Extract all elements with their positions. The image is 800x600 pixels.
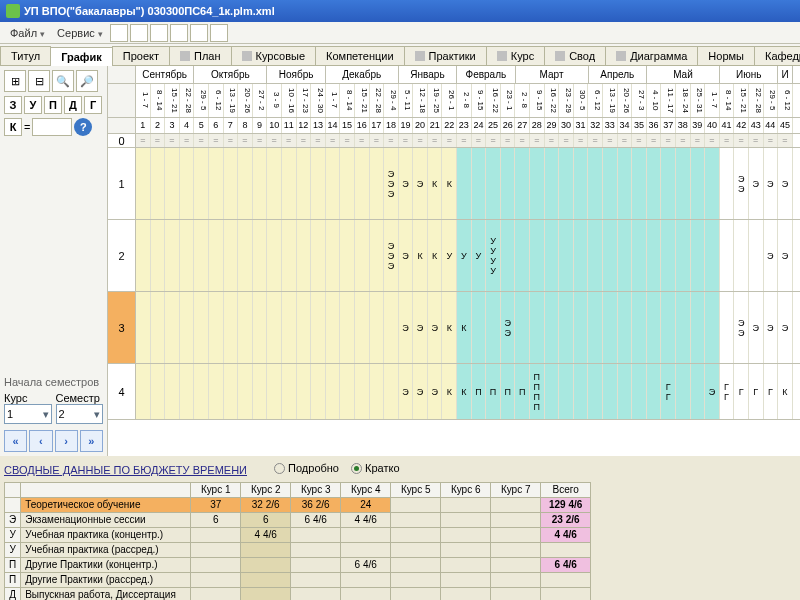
tab-1[interactable]: График [50, 47, 113, 66]
grid-cell[interactable] [705, 148, 720, 219]
sum-cell[interactable]: 36 2/6 [291, 497, 341, 512]
grid-cell[interactable] [355, 364, 370, 419]
sum-cell[interactable] [241, 557, 291, 572]
grid-cell[interactable]: Э [428, 364, 443, 419]
sum-cell[interactable]: 23 2/6 [541, 512, 591, 527]
sum-cell[interactable] [491, 512, 541, 527]
grid-cell[interactable] [136, 148, 151, 219]
grid-cell[interactable] [165, 220, 180, 291]
tab-5[interactable]: Компетенции [315, 46, 405, 65]
grid-cell[interactable] [647, 364, 662, 419]
grid-cell[interactable] [253, 220, 268, 291]
grid-cell[interactable] [720, 148, 735, 219]
grid-cell[interactable] [297, 292, 312, 363]
radio-detail[interactable]: Подробно [274, 462, 339, 474]
sum-cell[interactable] [341, 542, 391, 557]
grid-cell[interactable] [676, 148, 691, 219]
sum-cell[interactable] [491, 542, 541, 557]
grid-cell[interactable] [355, 292, 370, 363]
help-icon[interactable]: ? [74, 118, 92, 136]
grid-cell[interactable] [588, 220, 603, 291]
grid-cell[interactable] [136, 220, 151, 291]
grid-cell[interactable] [618, 292, 633, 363]
letter-З[interactable]: З [4, 96, 22, 114]
grid-cell[interactable] [209, 364, 224, 419]
sum-cell[interactable]: 6 4/6 [541, 557, 591, 572]
grid-cell[interactable] [311, 148, 326, 219]
grid-cell[interactable] [180, 292, 195, 363]
grid-cell[interactable]: Э [399, 364, 414, 419]
grid-cell[interactable]: Э [764, 220, 779, 291]
sum-cell[interactable]: 4 4/6 [241, 527, 291, 542]
sum-cell[interactable] [441, 497, 491, 512]
grid-cell[interactable] [238, 364, 253, 419]
grid-cell[interactable] [282, 148, 297, 219]
grid-cell[interactable]: ПППП [530, 364, 545, 419]
tab-6[interactable]: Практики [404, 46, 487, 65]
grid-cell[interactable] [676, 364, 691, 419]
menu-file[interactable]: Файл ▾ [4, 27, 51, 39]
sum-cell[interactable] [291, 527, 341, 542]
grid-cell[interactable]: ЭЭ [501, 292, 516, 363]
letter-П[interactable]: П [44, 96, 62, 114]
sum-cell[interactable] [541, 542, 591, 557]
grid-cell[interactable] [515, 220, 530, 291]
grid-cell[interactable]: К [778, 364, 793, 419]
grid-cell[interactable] [165, 148, 180, 219]
grid-cell[interactable] [253, 292, 268, 363]
grid-cell[interactable]: Э [399, 292, 414, 363]
sum-cell[interactable] [341, 587, 391, 600]
tool-icon-2[interactable]: ⊟ [28, 70, 50, 92]
grid-cell[interactable] [151, 220, 166, 291]
sum-cell[interactable] [191, 587, 241, 600]
grid-cell[interactable] [180, 220, 195, 291]
grid-cell[interactable] [603, 292, 618, 363]
sum-cell[interactable] [241, 587, 291, 600]
grid-cell[interactable] [632, 148, 647, 219]
k-field[interactable] [32, 118, 72, 136]
grid-cell[interactable]: Э [778, 220, 793, 291]
toolbar-page-icon[interactable] [150, 24, 168, 42]
nav-prev-icon[interactable]: ‹ [29, 430, 52, 452]
sum-cell[interactable] [341, 527, 391, 542]
grid-cell[interactable] [282, 220, 297, 291]
grid-cell[interactable] [647, 292, 662, 363]
grid-cell[interactable] [326, 364, 341, 419]
sum-cell[interactable] [491, 587, 541, 600]
grid-cell[interactable]: Г [749, 364, 764, 419]
grid-cell[interactable] [209, 292, 224, 363]
grid-cell[interactable] [180, 148, 195, 219]
grid-cell[interactable] [559, 292, 574, 363]
grid-cell[interactable] [603, 220, 618, 291]
sum-cell[interactable]: 6 4/6 [341, 557, 391, 572]
letter-Д[interactable]: Д [64, 96, 82, 114]
grid-cell[interactable] [136, 292, 151, 363]
grid-cell[interactable] [749, 220, 764, 291]
grid-cell[interactable] [545, 292, 560, 363]
grid-cell[interactable]: К [442, 148, 457, 219]
letter-Г[interactable]: Г [84, 96, 102, 114]
grid-cell[interactable]: Э [428, 292, 443, 363]
grid-cell[interactable]: К [457, 364, 472, 419]
grid-cell[interactable] [720, 220, 735, 291]
kurs-select[interactable]: 1▾ [4, 404, 52, 424]
sum-cell[interactable] [491, 497, 541, 512]
sum-cell[interactable] [191, 527, 241, 542]
grid-cell[interactable]: У [457, 220, 472, 291]
grid-cell[interactable]: П [472, 364, 487, 419]
sum-cell[interactable] [291, 557, 341, 572]
grid-cell[interactable] [515, 148, 530, 219]
grid-cell[interactable] [224, 364, 239, 419]
grid-cell[interactable]: Г [734, 364, 749, 419]
grid-cell[interactable] [632, 220, 647, 291]
grid-cell[interactable]: К [457, 292, 472, 363]
sum-cell[interactable] [191, 542, 241, 557]
grid-cell[interactable] [661, 148, 676, 219]
tab-7[interactable]: Курс [486, 46, 545, 65]
grid-cell[interactable]: К [428, 148, 443, 219]
grid-cell[interactable] [588, 148, 603, 219]
grid-cell[interactable] [194, 364, 209, 419]
nav-first-icon[interactable]: « [4, 430, 27, 452]
tool-icon-1[interactable]: ⊞ [4, 70, 26, 92]
sum-cell[interactable] [241, 572, 291, 587]
